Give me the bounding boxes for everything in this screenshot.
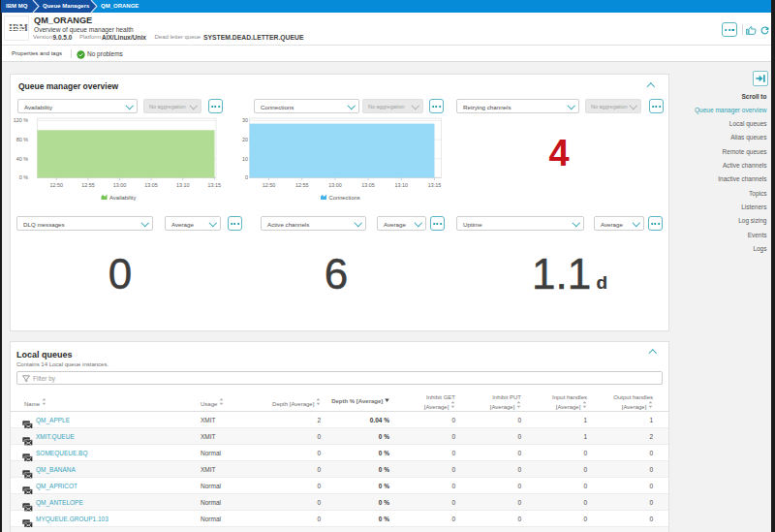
svg-text:0 %: 0 % — [19, 174, 28, 180]
svg-text:12:55: 12:55 — [295, 182, 309, 188]
svg-text:13:05: 13:05 — [144, 182, 158, 188]
svg-text:13:05: 13:05 — [361, 182, 375, 188]
svg-text:40 %: 40 % — [16, 156, 28, 162]
svg-text:10: 10 — [242, 156, 248, 162]
svg-text:13:00: 13:00 — [113, 182, 127, 188]
svg-text:20: 20 — [242, 137, 248, 142]
svg-text:12:55: 12:55 — [81, 182, 95, 188]
svg-text:Connections: Connections — [329, 195, 360, 201]
svg-text:12:50: 12:50 — [50, 182, 64, 188]
svg-text:13:15: 13:15 — [208, 182, 222, 188]
svg-text:0: 0 — [245, 174, 248, 180]
svg-text:30: 30 — [242, 117, 248, 123]
svg-text:13:00: 13:00 — [328, 182, 342, 188]
svg-text:120 %: 120 % — [14, 117, 28, 123]
svg-text:80 %: 80 % — [16, 137, 28, 142]
svg-text:Availability: Availability — [109, 195, 136, 201]
svg-text:13:10: 13:10 — [176, 182, 190, 188]
svg-text:13:15: 13:15 — [428, 182, 442, 188]
svg-text:13:10: 13:10 — [395, 182, 409, 188]
svg-text:12:50: 12:50 — [263, 182, 276, 188]
